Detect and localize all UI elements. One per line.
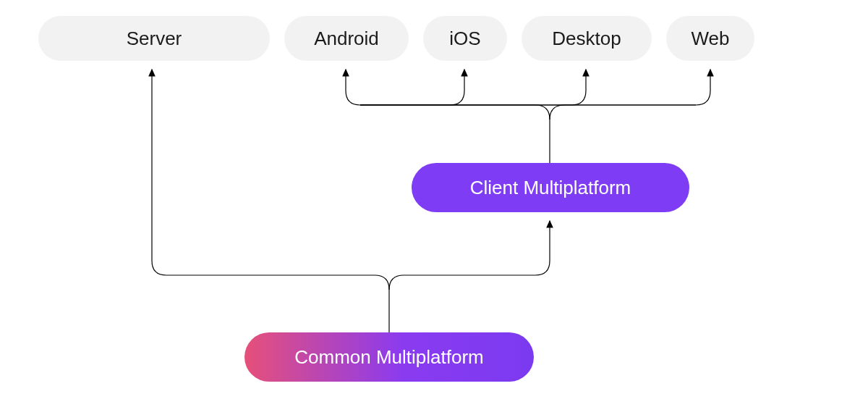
ios-label: iOS (449, 28, 480, 50)
common-multiplatform-node: Common Multiplatform (244, 332, 534, 382)
web-node: Web (666, 16, 754, 61)
client-label: Client Multiplatform (470, 177, 631, 199)
android-label: Android (314, 28, 379, 50)
ios-node: iOS (423, 16, 507, 61)
client-multiplatform-node: Client Multiplatform (412, 163, 689, 212)
server-node: Server (38, 16, 270, 61)
desktop-node: Desktop (522, 16, 652, 61)
server-label: Server (127, 28, 182, 50)
common-label: Common Multiplatform (294, 346, 484, 369)
android-node: Android (284, 16, 409, 61)
desktop-label: Desktop (552, 28, 621, 50)
web-label: Web (692, 28, 730, 50)
